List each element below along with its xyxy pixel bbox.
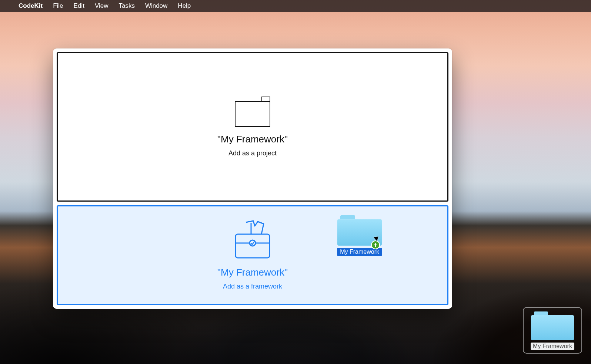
project-zone-title: "My Framework" — [217, 134, 288, 145]
framework-zone-title: "My Framework" — [217, 267, 288, 278]
help-menu[interactable]: Help — [178, 2, 191, 10]
project-zone-subtitle: Add as a project — [228, 149, 277, 157]
framework-drop-zone[interactable]: "My Framework" Add as a framework + My F… — [57, 205, 448, 305]
framework-briefcase-icon — [233, 220, 272, 260]
codekit-window: "My Framework" Add as a project — [53, 48, 452, 309]
mac-folder-icon — [531, 311, 574, 340]
desktop-folder[interactable]: My Framework — [525, 309, 580, 351]
app-menu[interactable]: CodeKit — [19, 2, 43, 10]
edit-menu[interactable]: Edit — [74, 2, 84, 10]
framework-zone-subtitle: Add as a framework — [223, 283, 282, 290]
window-menu[interactable]: Window — [145, 2, 167, 10]
dragged-folder[interactable]: + My Framework — [337, 215, 382, 256]
desktop-folder-label: My Framework — [531, 343, 574, 350]
view-menu[interactable]: View — [95, 2, 108, 10]
folder-outline-icon — [235, 97, 270, 127]
svg-point-2 — [250, 240, 256, 246]
tasks-menu[interactable]: Tasks — [118, 2, 134, 10]
project-drop-zone[interactable]: "My Framework" Add as a project — [57, 52, 448, 202]
file-menu[interactable]: File — [53, 2, 63, 10]
menu-bar: CodeKit File Edit View Tasks Window Help — [0, 0, 591, 12]
